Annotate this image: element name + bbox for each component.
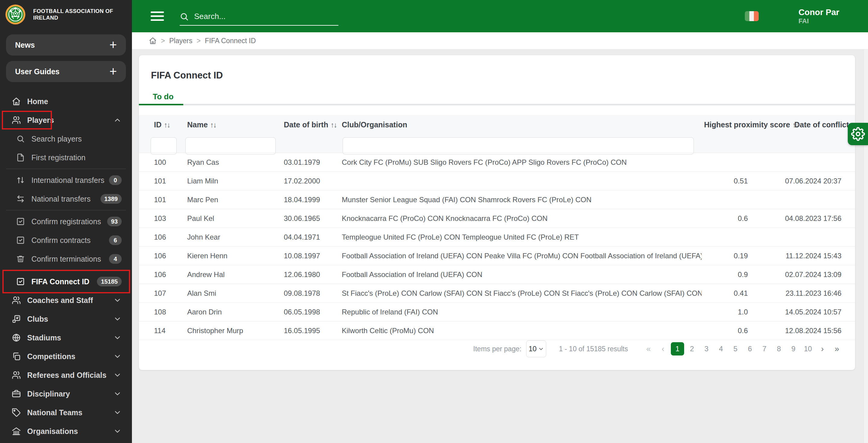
chevron-down-icon[interactable] [113, 408, 122, 417]
table-header: ID↑↓ Name↑↓ Date of birth↑↓ Club/Organis… [139, 115, 855, 153]
column-header-name[interactable]: Name↑↓ [187, 120, 216, 129]
sidebar-item-confirm-registrations[interactable]: Confirm registrations 93 [0, 212, 132, 231]
table-row[interactable]: 101 Marc Pen 18.04.1999 Munster Senior L… [139, 190, 855, 209]
table-row[interactable]: 106 Kieren Henn 10.08.1997 Football Asso… [139, 247, 855, 265]
sidebar-item-international-transfers[interactable]: International transfers 0 [0, 171, 132, 190]
sidebar-item-national-teams[interactable]: National Teams [0, 403, 132, 422]
cell-club: Knocknacarra FC (ProCo) CON Knocknacarra… [342, 214, 702, 223]
page-button-6[interactable]: 6 [743, 342, 756, 355]
filter-input-club-organisation[interactable] [343, 137, 694, 155]
chevron-down-icon[interactable] [113, 371, 122, 379]
user-menu[interactable]: Conor Par FAI [799, 7, 839, 25]
sidebar-item-label: Players [27, 116, 54, 125]
news-panel[interactable]: News + [6, 34, 126, 56]
cell-club: Football Association of Ireland (UEFA) C… [342, 271, 702, 279]
sidebar-item-players[interactable]: Players [0, 111, 132, 129]
sidebar-item-organisations[interactable]: Organisations [0, 422, 132, 441]
ireland-flag-icon[interactable] [745, 11, 759, 21]
table-row[interactable]: 101 Liam Miln 17.02.2000 0.51 07.06.2024… [139, 172, 855, 190]
plus-icon[interactable]: + [109, 66, 117, 77]
sidebar-item-label: International transfers [31, 176, 104, 185]
previous-page-button[interactable]: ‹ [656, 342, 670, 355]
sidebar-item-disciplinary[interactable]: Disciplinary [0, 384, 132, 403]
search-input[interactable] [193, 11, 328, 22]
sidebar-item-competitions[interactable]: Competitions [0, 347, 132, 366]
next-page-button[interactable]: › [816, 342, 829, 355]
page-button-5[interactable]: 5 [729, 342, 742, 355]
page-button-1[interactable]: 1 [671, 342, 684, 355]
sidebar-item-referees-and-officials[interactable]: Referees and Officials [0, 366, 132, 384]
items-per-page-select[interactable]: 10 [526, 340, 546, 357]
breadcrumb-players[interactable]: Players [169, 37, 192, 45]
user-name: Conor Par [799, 7, 839, 18]
count-badge: 4 [109, 254, 122, 264]
table-row[interactable]: 100 Ryan Cas 03.01.1979 Cork City FC (Pr… [139, 153, 855, 172]
table-row[interactable]: 106 Andrew Hal 12.06.1980 Football Assoc… [139, 265, 855, 284]
sidebar-item-label: Confirm contracts [31, 236, 91, 245]
column-header-date-of-birth[interactable]: Date of birth↑↓ [284, 120, 337, 129]
chevron-down-icon[interactable] [113, 315, 122, 323]
cell-dob: 10.08.1997 [284, 252, 340, 260]
count-badge: 6 [109, 235, 122, 245]
page-button-3[interactable]: 3 [700, 342, 713, 355]
cell-name: Aaron Drin [187, 308, 282, 316]
sidebar-item-confirm-terminations[interactable]: Confirm terminations 4 [0, 250, 132, 268]
scrollbar[interactable] [864, 50, 868, 443]
tab-to-do[interactable]: To do [153, 92, 174, 101]
search-icon [16, 134, 25, 144]
page-button-10[interactable]: 10 [801, 342, 814, 355]
user-guides-panel-label: User Guides [15, 67, 60, 76]
breadcrumb-fifa-connect-id[interactable]: FIFA Connect ID [205, 37, 256, 45]
sidebar-item-national-transfers[interactable]: National transfers 1389 [0, 190, 132, 208]
last-page-button[interactable]: » [830, 342, 843, 355]
sidebar-item-stadiums[interactable]: Stadiums [0, 328, 132, 347]
page-button-9[interactable]: 9 [787, 342, 800, 355]
sidebar-item-confirm-contracts[interactable]: Confirm contracts 6 [0, 231, 132, 250]
sort-icon[interactable]: ↑↓ [210, 121, 216, 129]
table-row[interactable]: 103 Paul Kel 30.06.1965 Knocknacarra FC … [139, 209, 855, 228]
page-button-8[interactable]: 8 [772, 342, 785, 355]
table-row[interactable]: 114 Christopher Murp 16.05.1995 Kilworth… [139, 321, 855, 340]
user-guides-panel[interactable]: User Guides + [6, 61, 126, 82]
sidebar-item-fifa-connect-id[interactable]: FIFA Connect ID 15185 [0, 272, 132, 291]
first-page-button[interactable]: « [642, 342, 655, 355]
sort-icon[interactable]: ↑↓ [164, 121, 170, 129]
sidebar-item-label: FIFA Connect ID [31, 277, 89, 286]
cell-name: Andrew Hal [187, 271, 282, 279]
column-header-id[interactable]: ID↑↓ [154, 120, 170, 129]
sidebar-item-search-players[interactable]: Search players [0, 129, 132, 148]
sidebar-item-first-registration[interactable]: First registration [0, 148, 132, 167]
page-button-2[interactable]: 2 [685, 342, 699, 355]
sidebar-item-clubs[interactable]: Clubs [0, 310, 132, 328]
cell-dob: 18.04.1999 [284, 195, 340, 204]
table-row[interactable]: 107 Alan Smi 09.08.1978 St Fiacc's (ProL… [139, 284, 855, 303]
cell-dob: 03.01.1979 [284, 158, 340, 166]
chevron-up-icon[interactable] [113, 116, 122, 124]
sort-icon[interactable]: ↑↓ [331, 121, 337, 129]
column-header-highest-proximity-score[interactable]: Highest proximity score↑↓ [704, 120, 799, 129]
chevron-down-icon[interactable] [113, 427, 122, 436]
chevron-down-icon[interactable] [113, 334, 122, 342]
hamburger-menu-icon[interactable] [151, 11, 164, 21]
sidebar-item-coaches-and-staff[interactable]: Coaches and Staff [0, 291, 132, 310]
cell-name: Kieren Henn [187, 252, 282, 260]
items-per-page-label: Items per page: [473, 345, 521, 353]
global-search[interactable] [180, 11, 338, 26]
table-body: 100 Ryan Cas 03.01.1979 Cork City FC (Pr… [139, 153, 855, 340]
home-icon[interactable] [149, 37, 157, 45]
table-row[interactable]: 108 Aaron Drin 06.05.1998 Republic of Ir… [139, 303, 855, 321]
page-title: FIFA Connect ID [151, 70, 223, 81]
filter-input-name[interactable] [185, 137, 276, 155]
plus-icon[interactable]: + [109, 40, 117, 50]
page-button-7[interactable]: 7 [758, 342, 771, 355]
results-count: 1 - 10 of 15185 results [559, 345, 628, 353]
filter-input-id[interactable] [151, 137, 177, 155]
chevron-down-icon[interactable] [113, 352, 122, 360]
table-row[interactable]: 106 John Kear 04.04.1971 Templeogue Unit… [139, 228, 855, 247]
page-button-4[interactable]: 4 [714, 342, 727, 355]
settings-flyout-button[interactable] [848, 123, 868, 145]
chevron-down-icon[interactable] [113, 296, 122, 305]
cell-score: 1.0 [704, 308, 748, 316]
sidebar-item-home[interactable]: Home [0, 92, 132, 111]
chevron-down-icon[interactable] [113, 389, 122, 398]
